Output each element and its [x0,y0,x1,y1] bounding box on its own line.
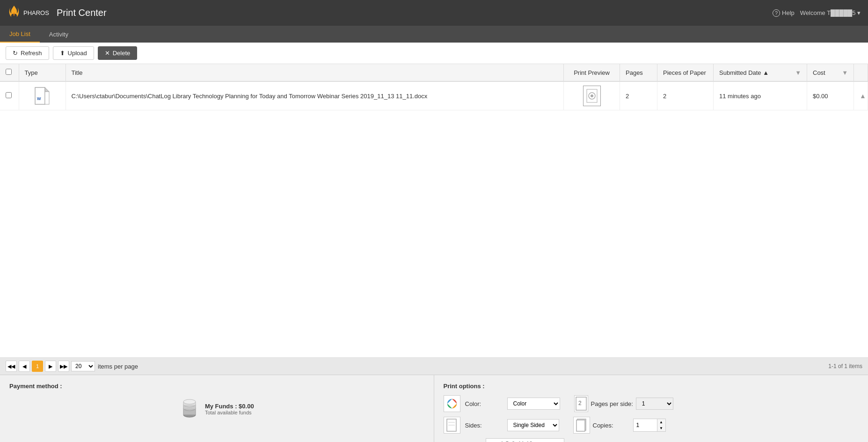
page-1-button[interactable]: 1 [32,361,43,372]
funds-amount: My Funds : $0.00 [205,403,254,410]
row-check-cell [0,81,19,110]
funds-info: My Funds : $0.00 Total available funds [205,403,254,415]
copies-decrement[interactable]: ▼ [657,425,665,431]
svg-rect-3 [45,92,49,104]
refresh-icon: ↻ [13,50,18,57]
upload-icon: ⬆ [60,50,65,57]
refresh-button[interactable]: ↻ Refresh [6,46,49,60]
tab-job-list[interactable]: Job List [0,26,40,43]
row-checkbox[interactable] [6,92,12,98]
select-all-checkbox[interactable] [6,69,12,75]
col-header-title: Title [66,64,564,81]
first-page-button[interactable]: ◀◀ [6,361,17,372]
preview-thumbnail-icon [586,89,598,103]
row-cost-cell: $0.00 [807,81,854,110]
svg-text:W: W [37,96,41,101]
copies-icon [573,417,590,434]
col-header-submitted[interactable]: Submitted Date ▲ ▼ [714,64,807,81]
filter-icon: ▼ [795,69,801,76]
payment-title: Payment method : [9,383,424,390]
copies-paper-icon [576,419,587,432]
payment-section: Payment method : My Funds : $0.0 [0,375,434,442]
page-range-row: Page range: [444,438,859,442]
sides-icon [444,417,460,434]
color-option-row: Color: Color Black & White 2 Pages per s… [444,395,859,412]
nav-tabs: Job List Activity [0,26,868,43]
color-select[interactable]: Color Black & White [507,398,560,410]
welcome-text: Welcome T█████5 ▾ [800,9,861,16]
pagination-bar: ◀◀ ◀ 1 ▶ ▶▶ 20 50 100 items per page 1-1… [0,357,868,375]
main-content: Type Title Print Preview Pages Pieces of… [0,64,868,442]
pagination-left: ◀◀ ◀ 1 ▶ ▶▶ 20 50 100 items per page [6,361,138,372]
copies-group: Copies: ▲ ▼ [573,417,666,434]
copies-spinners: ▲ ▼ [657,419,665,431]
row-type-cell: W [19,81,66,110]
toolbar: ↻ Refresh ⬆ Upload ✕ Delete [0,43,868,64]
pharos-label: PHAROS [23,9,49,16]
pharos-logo: PHAROS [7,5,49,22]
funds-subtitle: Total available funds [205,410,254,415]
help-button[interactable]: ? Help [773,9,795,17]
page-range-label: Page range: [444,441,481,442]
sides-label: Sides: [465,422,503,429]
pages-per-side-group: 2 Pages per side: 1 2 4 [574,395,673,412]
svg-rect-23 [576,420,585,431]
row-submitted-cell: 11 minutes ago [714,81,807,110]
col-header-preview: Print Preview [564,64,620,81]
col-header-cost: Cost ▼ [807,64,854,81]
header-left: PHAROS Print Center [7,5,107,22]
pagination-summary: 1-1 of 1 items [828,363,862,370]
items-per-page-select[interactable]: 20 50 100 [71,361,95,371]
pages-per-side-select[interactable]: 1 2 4 [636,398,673,410]
table-row: W C:\Users\ctabur\Documents\ChatLog Libr… [0,81,868,110]
help-circle-icon: ? [773,9,780,17]
coin-stack-icon [180,399,199,419]
col-header-pieces: Pieces of Paper [657,64,714,81]
tab-activity[interactable]: Activity [40,26,78,43]
row-title-cell: C:\Users\ctabur\Documents\ChatLog Librar… [66,81,564,110]
next-page-button[interactable]: ▶ [45,361,56,372]
items-per-page: 20 50 100 items per page [71,361,138,371]
sides-select[interactable]: Single Sided Double Sided [507,419,559,431]
sides-paper-icon [446,419,458,432]
col-header-type: Type [19,64,66,81]
copies-input-wrap: ▲ ▼ [633,419,666,432]
row-collapse-icon[interactable]: ▲ [860,92,866,100]
prev-page-button[interactable]: ◀ [19,361,30,372]
header-right: ? Help Welcome T█████5 ▾ [773,9,861,17]
print-options-section: Print options : Color: Color [434,375,868,442]
bottom-panel: Payment method : My Funds : $0.0 [0,375,868,442]
col-header-check [0,64,19,81]
svg-point-14 [183,399,196,404]
copies-input[interactable] [634,419,657,431]
app-header: PHAROS Print Center ? Help Welcome T████… [0,0,868,26]
delete-button[interactable]: ✕ Delete [98,46,138,60]
color-label: Color: [465,400,503,407]
pages-per-side-label: Pages per side: [591,400,633,407]
col-header-actions [854,64,868,81]
last-page-button[interactable]: ▶▶ [58,361,69,372]
sides-option-row: Sides: Single Sided Double Sided Copies: [444,417,859,434]
copies-increment[interactable]: ▲ [657,419,665,425]
pages-icon: 2 [576,397,587,411]
row-actions-cell: ▲ [854,81,868,110]
pages-per-side-icon: 2 [574,395,588,412]
col-header-pages: Pages [620,64,657,81]
page-range-input[interactable] [486,438,564,442]
svg-point-16 [450,402,454,406]
row-preview-cell[interactable] [564,81,620,110]
svg-text:2: 2 [578,400,582,406]
jobs-table: Type Title Print Preview Pages Pieces of… [0,64,868,110]
items-per-page-label: items per page [98,363,138,370]
funds-row: My Funds : $0.00 Total available funds [9,399,424,419]
table-container: Type Title Print Preview Pages Pieces of… [0,64,868,357]
cost-dropdown-icon: ▼ [842,69,848,76]
copies-label: Copies: [593,422,630,429]
row-pages-cell: 2 [620,81,657,110]
row-pieces-cell: 2 [657,81,714,110]
delete-icon: ✕ [105,50,110,57]
funds-icon [180,399,199,419]
upload-button[interactable]: ⬆ Upload [53,46,94,60]
svg-point-7 [591,94,593,97]
color-palette-icon [446,398,458,409]
